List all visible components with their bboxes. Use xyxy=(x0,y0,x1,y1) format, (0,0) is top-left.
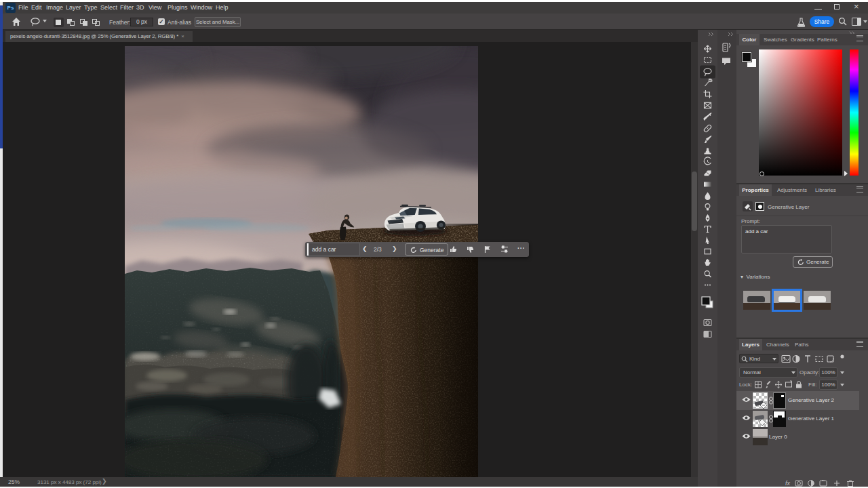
svg-text:fx: fx xyxy=(785,480,791,487)
